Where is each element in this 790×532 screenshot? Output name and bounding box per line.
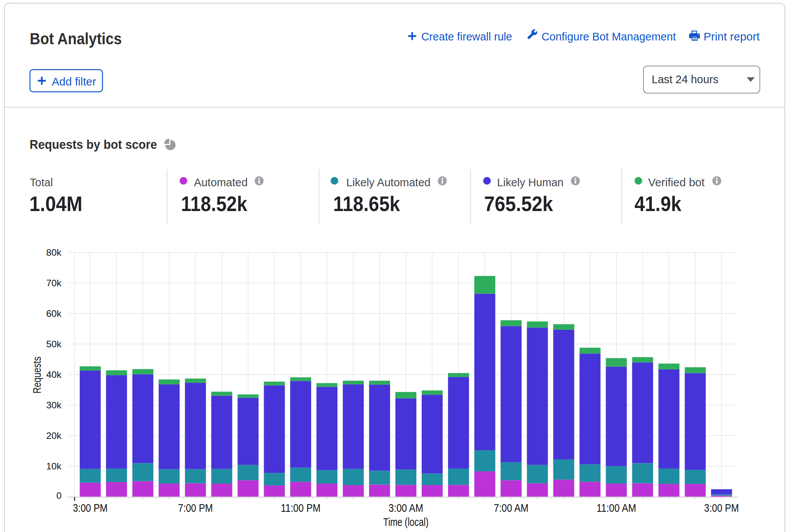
svg-text:50k: 50k (46, 339, 62, 349)
svg-text:11:00 AM: 11:00 AM (597, 502, 636, 514)
svg-text:Print report: Print report (704, 31, 760, 43)
svg-text:1.04M: 1.04M (29, 192, 82, 216)
svg-text:20k: 20k (46, 430, 62, 441)
svg-text:765.52k: 765.52k (484, 192, 553, 216)
svg-text:41.9k: 41.9k (634, 192, 682, 216)
svg-text:Automated: Automated (194, 176, 248, 189)
svg-text:Likely Automated: Likely Automated (346, 176, 430, 189)
svg-text:10k: 10k (46, 461, 62, 471)
svg-text:Time (local): Time (local) (383, 516, 429, 528)
svg-text:40k: 40k (46, 369, 62, 380)
svg-text:Requests by bot score: Requests by bot score (30, 137, 157, 152)
svg-text:3:00 PM: 3:00 PM (73, 502, 108, 514)
svg-text:118.65k: 118.65k (333, 192, 400, 216)
svg-text:Add filter: Add filter (52, 76, 96, 88)
svg-text:Last 24 hours: Last 24 hours (652, 73, 719, 85)
svg-text:Requests: Requests (31, 356, 43, 393)
svg-text:118.52k: 118.52k (181, 192, 247, 216)
svg-text:30k: 30k (46, 400, 62, 410)
svg-text:11:00 PM: 11:00 PM (281, 502, 321, 514)
svg-text:Bot Analytics: Bot Analytics (30, 30, 122, 48)
svg-text:Configure Bot Management: Configure Bot Management (542, 31, 676, 43)
svg-text:70k: 70k (46, 278, 62, 288)
svg-text:3:00 AM: 3:00 AM (389, 502, 423, 514)
svg-text:Total: Total (30, 176, 53, 189)
svg-text:Likely Human: Likely Human (497, 176, 564, 189)
svg-text:7:00 AM: 7:00 AM (494, 502, 529, 514)
svg-text:7:00 PM: 7:00 PM (178, 502, 213, 514)
svg-text:Verified bot: Verified bot (648, 176, 705, 189)
svg-text:3:00 PM: 3:00 PM (704, 502, 739, 514)
svg-text:Create firewall rule: Create firewall rule (421, 31, 512, 43)
svg-text:80k: 80k (46, 247, 62, 258)
svg-text:0: 0 (56, 490, 61, 501)
svg-text:60k: 60k (46, 308, 62, 319)
